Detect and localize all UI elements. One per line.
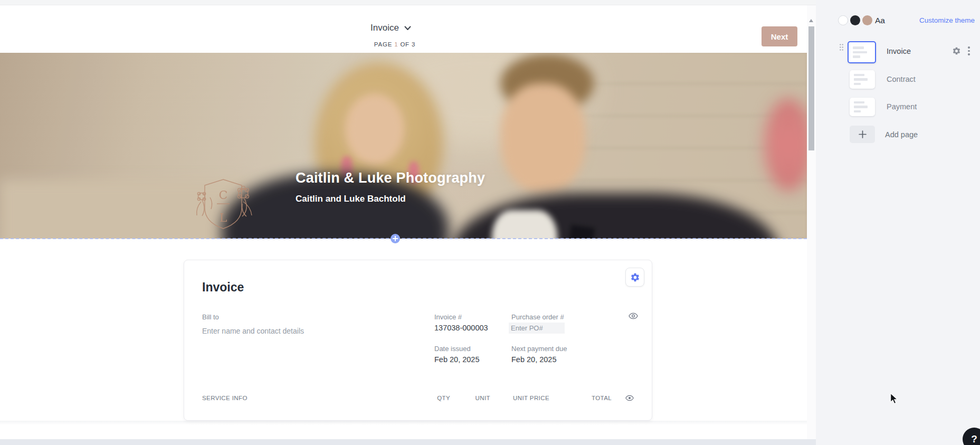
page-label-contract[interactable]: Contract [887,75,916,83]
bottom-strip [0,439,816,445]
theme-color-tan-swatch[interactable] [862,15,872,25]
page-indicator-rest: OF 3 [400,41,415,48]
invoice-card[interactable]: Invoice Bill to Invoice # 137038-000003 … [184,260,652,421]
page-label-payment[interactable]: Payment [887,102,917,111]
page-row-payment[interactable]: Payment [816,97,980,117]
add-page-button[interactable] [850,126,875,143]
thumbnail-line [854,74,864,77]
logo-initial-top: C [219,188,228,202]
next-button[interactable]: Next [762,26,797,46]
eye-icon [629,313,638,319]
hero-overlay [0,53,807,239]
page-thumbnail-contract[interactable] [850,70,875,89]
date-issued-label: Date issued [434,345,471,353]
hero-banner[interactable]: C L Caitlin & Luke Photography Caitlin a… [0,53,807,239]
invoice-settings-button[interactable] [625,268,644,287]
thumbnail-line [854,78,868,81]
page-indicator: PAGE 1 OF 3 [0,41,789,48]
drag-handle-icon[interactable] [839,43,844,51]
purchase-order-label: Purchase order # [511,313,564,321]
column-unit-price: UNIT PRICE [501,395,549,401]
top-strip [0,0,816,5]
thumbnail-line [853,46,864,49]
bill-to-label: Bill to [202,313,219,321]
hero-text-block: Caitlin & Luke Photography Caitlin and L… [296,170,485,204]
plus-icon [393,236,398,241]
logo-initial-bottom: L [220,211,227,224]
scrollbar-thumb[interactable] [808,26,814,150]
next-payment-due-label: Next payment due [511,345,567,353]
thumbnail-line [854,83,861,86]
invoice-number-value: 137038-000003 [434,324,488,332]
page-more-menu-icon[interactable] [968,46,970,55]
page-label-invoice[interactable]: Invoice [887,47,911,55]
add-page-row[interactable]: Add page [816,126,980,144]
page-indicator-current: 1 [394,41,398,48]
bill-to-input[interactable] [202,327,376,335]
thumbnail-line [853,55,860,58]
customize-theme-link[interactable]: Customize theme [919,16,975,24]
service-table-header: SERVICE INFO QTY UNIT UNIT PRICE TOTAL [202,395,634,401]
app-root: Invoice PAGE 1 OF 3 Next [0,0,980,445]
editor-header: Invoice PAGE 1 OF 3 Next [0,5,816,53]
thumbnail-line [854,101,864,104]
invoice-details-visibility-toggle[interactable] [629,312,638,321]
card-bottom-shadow [0,421,807,425]
scrollbar-up-arrow-icon[interactable] [809,19,813,22]
page-thumbnail-invoice[interactable] [848,41,876,63]
column-unit: UNIT [461,395,490,401]
page-indicator-prefix: PAGE [374,41,392,48]
theme-color-dark-swatch[interactable] [850,15,860,25]
section-divider [0,238,807,239]
plus-icon [859,130,867,138]
column-qty: QTY [429,395,450,401]
company-name[interactable]: Caitlin & Luke Photography [296,170,485,186]
next-payment-due-value[interactable]: Feb 20, 2025 [511,355,556,364]
table-visibility-toggle[interactable] [625,395,634,401]
invoice-number-label: Invoice # [434,313,462,321]
add-page-label[interactable]: Add page [885,130,918,139]
gear-icon [952,46,961,55]
page-row-invoice[interactable]: Invoice [816,40,980,64]
eye-icon [625,395,634,401]
column-service-info: SERVICE INFO [202,395,429,401]
page-row-contract[interactable]: Contract [816,70,980,90]
page-thumbnail-payment[interactable] [850,98,875,116]
add-section-button[interactable] [391,234,400,243]
purchase-order-input[interactable] [509,323,565,334]
chevron-down-icon [404,26,411,31]
theme-font-sample[interactable]: Aa [875,16,885,25]
thumbnail-line [854,110,861,113]
company-crest-logo: C L [191,174,255,233]
page-dropdown[interactable]: Invoice [370,23,411,33]
date-issued-value[interactable]: Feb 20, 2025 [434,355,479,364]
page-dropdown-label: Invoice [370,23,399,33]
thumbnail-line [853,51,867,54]
column-total: TOTAL [565,395,612,401]
pages-panel: Aa Customize theme Invoice Cont [816,0,980,445]
thumbnail-line [854,106,868,108]
theme-color-light-swatch[interactable] [838,15,848,25]
gear-icon [630,272,640,282]
theme-controls: Aa Customize theme [816,15,980,26]
invoice-title[interactable]: Invoice [202,280,244,295]
editor-main: Invoice PAGE 1 OF 3 Next [0,0,816,445]
main-scrollbar[interactable] [807,5,816,439]
page-settings-button[interactable] [952,46,961,55]
client-names[interactable]: Caitlin and Luke Bachtold [296,194,485,204]
